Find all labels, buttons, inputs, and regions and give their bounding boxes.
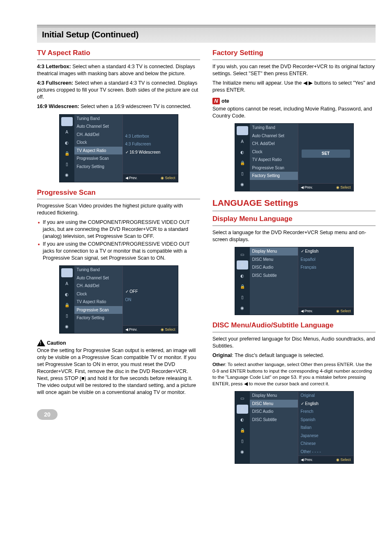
audio-tab-icon: ◐ xyxy=(61,290,73,299)
osd-factory-setting: ▭ A ◐ 🔒 ▯ ◉ Tuning Band Auto Channel Set… xyxy=(235,123,354,191)
disc-menu-original: Original: The disc's default language is… xyxy=(212,352,376,359)
audio-tab-icon: ◐ xyxy=(237,415,248,424)
lock-tab-icon: 🔒 xyxy=(237,158,248,167)
osd-item[interactable]: DISC Audio xyxy=(250,408,298,416)
osd-value-selected[interactable]: English xyxy=(298,400,353,408)
heading-tv-aspect: TV Aspect Ratio xyxy=(37,48,200,60)
audio-tab-icon: ◐ xyxy=(61,138,73,147)
text-other: : To select another language, select Oth… xyxy=(212,362,372,386)
osd-progressive-scan: ▭ A ◐ 🔒 ▯ ◉ Tuning Band Auto Channel Set… xyxy=(59,265,178,334)
osd-item[interactable]: CH. Add/Del xyxy=(74,131,122,139)
note-body: Some options cannot be reset, including … xyxy=(212,106,376,120)
osd-value[interactable]: Other - - - - xyxy=(298,448,353,456)
caution-icon xyxy=(37,339,45,346)
label-other: Other xyxy=(212,362,225,367)
osd-value-selected[interactable]: 16:9 Widescreen xyxy=(123,148,178,157)
osd-iconbar: ▭ A ◐ 🔒 ▯ ◉ xyxy=(235,391,250,463)
note-text-label: ote xyxy=(221,98,229,105)
page-number-badge: 20 xyxy=(37,409,58,420)
osd-item[interactable]: Progressive Scan xyxy=(74,154,122,163)
osd-item[interactable]: Auto Channel Set xyxy=(74,122,122,131)
osd-item[interactable]: DISC Menu xyxy=(250,256,298,264)
osd-menu-list: Tuning Band Auto Channel Set CH. Add/Del… xyxy=(74,266,123,333)
osd-item[interactable]: Auto Channel Set xyxy=(250,132,298,140)
osd-value[interactable]: Japanese xyxy=(298,432,353,440)
osd-item[interactable]: Display Menu xyxy=(250,391,298,400)
osd-iconbar: ▭ A ◐ 🔒 ▯ ◉ xyxy=(60,266,74,333)
osd-menu-list: Display Menu DISC Menu DISC Audio DISC S… xyxy=(250,247,298,315)
osd-item[interactable]: Tuning Band xyxy=(250,124,298,132)
osd-prev[interactable]: ◀ Prev. xyxy=(301,309,313,313)
heading-display-menu-language: Display Menu Language xyxy=(212,214,376,226)
language-tab-icon: A xyxy=(237,137,248,146)
osd-value[interactable]: 4:3 Letterbox xyxy=(123,132,178,140)
osd-item[interactable]: CH. Add/Del xyxy=(74,282,122,290)
disc-tab-icon: ◉ xyxy=(237,180,248,189)
osd-iconbar: ▭ A ◐ 🔒 ▯ ◉ xyxy=(235,124,250,191)
osd-item[interactable]: Clock xyxy=(74,290,122,298)
lock-tab-icon: 🔒 xyxy=(237,282,248,291)
osd-item[interactable]: Tuning Band xyxy=(74,115,122,123)
osd-item[interactable]: Factory Setting xyxy=(74,314,122,322)
osd-item[interactable]: CH. Add/Del xyxy=(250,140,298,148)
rec-tab-icon: ▯ xyxy=(61,160,73,169)
osd-menu-list: Display Menu DISC Menu DISC Audio DISC S… xyxy=(250,391,298,463)
osd-item[interactable]: Progressive Scan xyxy=(250,164,298,172)
settings-tab-icon: ▭ xyxy=(237,394,248,403)
osd-value[interactable]: 4:3 Fullscreen xyxy=(123,140,178,148)
label-43-fullscreen: 4:3 Fullscreen: xyxy=(37,80,73,86)
factory-p2: The Initialize menu will appear. Use the… xyxy=(212,80,376,94)
osd-iconbar: ▭ A ◐ 🔒 ▯ ◉ xyxy=(235,247,250,315)
osd-prev[interactable]: ◀ Prev. xyxy=(125,175,138,180)
osd-item-selected[interactable]: TV Aspect Ratio xyxy=(74,147,122,155)
osd-select[interactable]: ◉ Select xyxy=(336,309,351,313)
osd-value[interactable]: Spanish xyxy=(298,416,353,424)
osd-item-selected[interactable]: DISC Menu xyxy=(250,400,298,408)
osd-item-selected[interactable]: Display Menu xyxy=(250,247,298,256)
osd-value-pane: 4:3 Letterbox 4:3 Fullscreen 16:9 Widesc… xyxy=(123,115,178,182)
osd-value-selected[interactable]: English xyxy=(298,247,353,256)
left-column: TV Aspect Ratio 4:3 Letterbox: Select wh… xyxy=(37,48,200,470)
osd-value[interactable]: ON xyxy=(123,296,178,304)
heading-disc-menu-language: DISC Menu/Audio/Subtitle Language xyxy=(212,321,376,332)
caution-text-label: Caution xyxy=(47,340,66,347)
osd-select[interactable]: ◉ Select xyxy=(161,175,175,180)
osd-value[interactable]: Original xyxy=(298,391,353,400)
osd-value-pane: Original English French Spanish Italian … xyxy=(298,391,353,463)
osd-value[interactable]: Français xyxy=(298,263,353,272)
osd-item[interactable]: DISC Subtitle xyxy=(250,416,298,424)
osd-value[interactable]: Italian xyxy=(298,424,353,432)
osd-prev[interactable]: ◀ Prev. xyxy=(125,327,138,332)
language-tab-icon: A xyxy=(237,405,248,414)
settings-tab-icon: ▭ xyxy=(237,250,248,259)
lock-tab-icon: 🔒 xyxy=(61,149,73,158)
osd-value-selected[interactable]: OFF xyxy=(123,288,178,296)
osd-item[interactable]: TV Aspect Ratio xyxy=(250,156,298,164)
osd-item-selected[interactable]: Progressive Scan xyxy=(74,306,122,314)
osd-item-selected[interactable]: Factory Setting xyxy=(250,172,298,180)
osd-item[interactable]: Factory Setting xyxy=(74,163,122,171)
disc-menu-other: Other: To select another language, selec… xyxy=(212,362,376,387)
osd-prev[interactable]: ◀ Prev. xyxy=(301,457,313,462)
osd-set-button[interactable]: SET xyxy=(302,150,350,158)
osd-value[interactable]: French xyxy=(298,408,353,416)
osd-menu-list: Tuning Band Auto Channel Set CH. Add/Del… xyxy=(74,115,123,182)
disc-menu-p1: Select your preferred language for Disc … xyxy=(212,336,376,350)
osd-select[interactable]: ◉ Select xyxy=(336,457,351,462)
osd-value[interactable]: Chinese xyxy=(298,440,353,448)
osd-item[interactable]: Tuning Band xyxy=(74,266,122,274)
osd-item[interactable]: Auto Channel Set xyxy=(74,274,122,282)
osd-item[interactable]: TV Aspect Ratio xyxy=(74,298,122,306)
osd-prev[interactable]: ◀ Prev. xyxy=(301,185,313,190)
label-169-widescreen: 16:9 Widescreen: xyxy=(37,104,79,109)
osd-select[interactable]: ◉ Select xyxy=(336,185,351,190)
factory-p1: If you wish, you can reset the DVD Recor… xyxy=(212,63,376,77)
lock-tab-icon: 🔒 xyxy=(237,426,248,435)
tv-aspect-p1: 4:3 Letterbox: Select when a standard 4:… xyxy=(37,63,200,77)
osd-value[interactable]: Español xyxy=(298,256,353,264)
osd-select[interactable]: ◉ Select xyxy=(161,327,175,332)
osd-item[interactable]: Clock xyxy=(74,138,122,147)
osd-item[interactable]: Clock xyxy=(250,148,298,156)
osd-item[interactable]: DISC Subtitle xyxy=(250,272,298,280)
osd-item[interactable]: DISC Audio xyxy=(250,263,298,272)
